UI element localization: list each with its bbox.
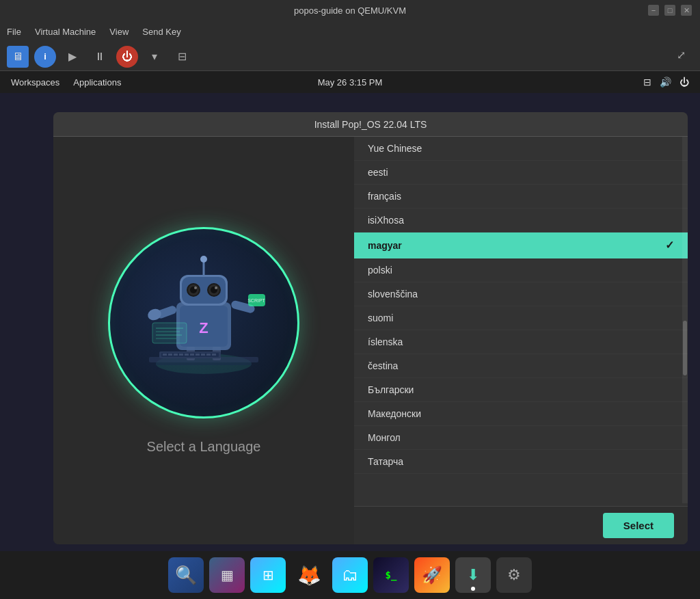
menu-file[interactable]: File xyxy=(7,27,21,37)
gnome-battery-icon[interactable]: 🔊 xyxy=(660,77,671,88)
language-name: polski xyxy=(368,265,392,276)
svg-text:Z: Z xyxy=(199,319,208,336)
svg-rect-38 xyxy=(196,354,200,356)
toolbar: 🖥 i ▶ ⏸ ⏻ ▾ ⊟ ⤢ xyxy=(0,42,700,71)
svg-point-17 xyxy=(215,287,217,289)
taskbar-rocket[interactable]: 🚀 xyxy=(414,557,450,593)
check-icon: ✓ xyxy=(665,239,674,252)
language-item-2[interactable]: français✓ xyxy=(354,185,688,209)
scroll-track[interactable] xyxy=(682,137,688,503)
language-item-9[interactable]: čestina✓ xyxy=(354,354,688,378)
screens-button[interactable]: ⊟ xyxy=(171,46,193,68)
taskbar-terminal[interactable]: $_ xyxy=(373,557,409,593)
language-name: Yue Chinese xyxy=(368,143,422,154)
taskbar-search[interactable]: 🔍 xyxy=(168,557,204,593)
menu-send-key[interactable]: Send Key xyxy=(142,27,180,37)
minimize-button[interactable]: − xyxy=(648,5,659,16)
language-item-3[interactable]: isiXhosa✓ xyxy=(354,209,688,232)
svg-rect-36 xyxy=(185,354,189,356)
menu-virtual-machine[interactable]: Virtual Machine xyxy=(35,27,96,37)
language-item-5[interactable]: polski✓ xyxy=(354,258,688,282)
language-name: français xyxy=(368,191,401,202)
taskbar-settings[interactable]: ⚙ xyxy=(496,557,532,593)
language-name: íslenska xyxy=(368,336,403,347)
language-item-4[interactable]: magyar✓ xyxy=(354,232,688,258)
play-button[interactable]: ▶ xyxy=(62,46,83,68)
language-item-0[interactable]: Yue Chinese✓ xyxy=(354,137,688,161)
language-item-10[interactable]: Български✓ xyxy=(354,378,688,402)
language-item-7[interactable]: suomi✓ xyxy=(354,306,688,330)
language-name: čestina xyxy=(368,360,398,371)
language-name: slovenščina xyxy=(368,289,418,300)
gnome-monitor-icon[interactable]: ⊟ xyxy=(643,77,651,88)
svg-rect-34 xyxy=(174,354,178,356)
monitor-button[interactable]: 🖥 xyxy=(7,46,29,68)
close-button[interactable]: ✕ xyxy=(681,5,692,16)
pause-button[interactable]: ⏸ xyxy=(89,46,111,68)
expand-button[interactable]: ⤢ xyxy=(677,49,693,65)
panel-label: Select a Language xyxy=(147,439,261,455)
gnome-left: Workspaces Applications xyxy=(11,77,121,88)
svg-text:SCRIPT: SCRIPT xyxy=(247,298,265,303)
svg-rect-2 xyxy=(156,362,252,365)
language-name: suomi xyxy=(368,312,393,323)
svg-rect-32 xyxy=(163,354,167,356)
window-chrome: popos-guide on QEMU/KVM − □ ✕ xyxy=(0,0,700,21)
maximize-button[interactable]: □ xyxy=(664,5,675,16)
dropdown-button[interactable]: ▾ xyxy=(144,46,165,68)
svg-rect-33 xyxy=(168,354,172,356)
language-list: Yue Chinese✓eesti✓français✓isiXhosa✓magy… xyxy=(354,137,688,506)
language-name: isiXhosa xyxy=(368,215,404,226)
language-item-11[interactable]: Македонски✓ xyxy=(354,402,688,426)
language-item-6[interactable]: slovenščina✓ xyxy=(354,282,688,306)
installer-header: Install Pop!_OS 22.04 LTS xyxy=(53,112,688,137)
svg-point-21 xyxy=(146,307,163,322)
svg-rect-35 xyxy=(179,354,183,356)
right-panel: Yue Chinese✓eesti✓français✓isiXhosa✓magy… xyxy=(354,137,688,544)
installer-window: Install Pop!_OS 22.04 LTS xyxy=(53,112,688,544)
select-button[interactable]: Select xyxy=(603,513,674,538)
installer-body: Z xyxy=(53,137,688,544)
language-name: Български xyxy=(368,384,414,395)
window-title: popos-guide on QEMU/KVM xyxy=(294,5,406,16)
language-name: magyar xyxy=(368,240,402,251)
gnome-power-icon[interactable]: ⏻ xyxy=(679,77,689,88)
taskbar-app-grid[interactable]: ⊞ xyxy=(250,557,286,593)
language-name: Македонски xyxy=(368,408,421,419)
gnome-bar: Workspaces Applications May 26 3:15 PM ⊟… xyxy=(0,71,700,93)
menu-bar: File Virtual Machine View Send Key xyxy=(0,21,700,42)
robot-illustration: Z xyxy=(108,227,299,418)
installer-title: Install Pop!_OS 22.04 LTS xyxy=(314,119,427,130)
language-item-1[interactable]: eesti✓ xyxy=(354,161,688,185)
svg-rect-37 xyxy=(190,354,194,356)
language-name: Татарча xyxy=(368,456,403,467)
svg-rect-25 xyxy=(152,323,187,343)
taskbar-firefox[interactable]: 🦊 xyxy=(291,557,327,593)
gnome-right-icons: ⊟ 🔊 ⏻ xyxy=(643,77,689,88)
language-name: Монгол xyxy=(368,432,401,443)
taskbar-installer[interactable]: ⬇ xyxy=(455,557,491,593)
bottom-bar: Select xyxy=(354,506,688,544)
gnome-clock: May 26 3:15 PM xyxy=(318,77,383,88)
menu-view[interactable]: View xyxy=(109,27,129,37)
power-button[interactable]: ⏻ xyxy=(116,46,138,68)
taskbar-files[interactable]: 🗂 xyxy=(332,557,368,593)
taskbar: 🔍 ▦ ⊞ 🦊 🗂 $_ 🚀 ⬇ ⚙ xyxy=(0,551,700,599)
gnome-workspaces[interactable]: Workspaces xyxy=(11,77,59,88)
window-controls: − □ ✕ xyxy=(648,5,692,16)
svg-rect-41 xyxy=(212,354,216,356)
svg-rect-39 xyxy=(201,354,205,356)
robot-svg: Z xyxy=(135,241,272,405)
left-panel: Z xyxy=(53,137,354,544)
language-item-12[interactable]: Монгол✓ xyxy=(354,426,688,450)
language-item-13[interactable]: Татарча✓ xyxy=(354,450,688,474)
vm-content: Install Pop!_OS 22.04 LTS xyxy=(0,93,700,551)
language-item-8[interactable]: íslenska✓ xyxy=(354,330,688,354)
svg-point-16 xyxy=(194,287,197,289)
svg-rect-40 xyxy=(206,354,211,356)
scroll-thumb[interactable] xyxy=(683,321,687,375)
taskbar-system-monitor[interactable]: ▦ xyxy=(209,557,245,593)
info-button[interactable]: i xyxy=(34,46,56,68)
gnome-applications[interactable]: Applications xyxy=(73,77,121,88)
language-name: eesti xyxy=(368,167,388,178)
